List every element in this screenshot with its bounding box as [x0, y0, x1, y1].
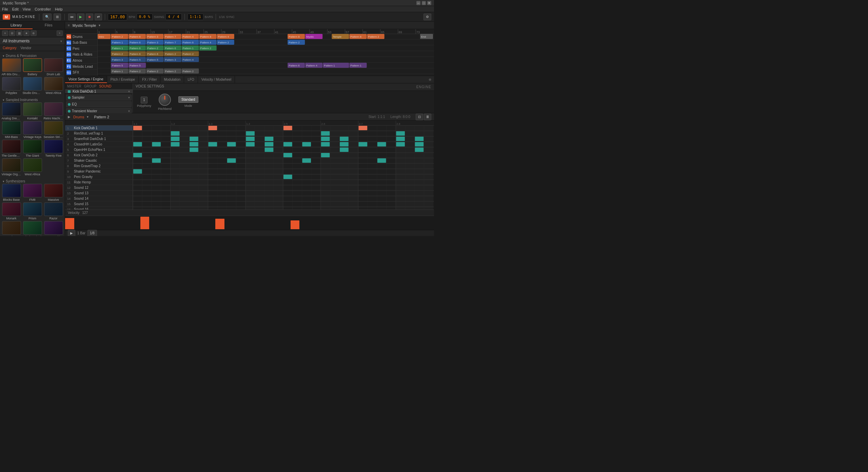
transient-chevron[interactable]: ▾ [128, 109, 130, 113]
list-item[interactable]: The Giant [22, 140, 42, 157]
list-item[interactable]: Massive [43, 184, 63, 201]
tab-lfo[interactable]: LFO [184, 76, 198, 83]
arranger-chevron[interactable]: ▾ [99, 23, 100, 27]
expand-btn[interactable]: ⊕ [426, 76, 434, 83]
drum-track-row[interactable]: 4 ClosedHH LatinGo [65, 142, 133, 147]
drum-track-row[interactable]: 2 RimShot..vetTrap 1 [65, 131, 133, 136]
list-item[interactable]: Analog Dreams [1, 102, 21, 120]
drum-track-row[interactable]: 16 Sound 16 [65, 207, 133, 210]
minimize-button[interactable]: ─ [416, 1, 420, 5]
rewind-button[interactable]: ⏮ [68, 14, 76, 20]
section-synths[interactable]: Synthesizers [1, 178, 63, 184]
list-item[interactable]: Retro Machines [43, 102, 63, 120]
list-item[interactable]: Vintage Keys [22, 121, 42, 139]
tab-velocity[interactable]: Velocity / Modwheel [198, 76, 235, 83]
drum-track-row[interactable]: 7 Shaker Caustic [65, 158, 133, 163]
drum-canvas[interactable] [133, 121, 434, 210]
quantize-bottom[interactable]: 1/8 [87, 230, 97, 236]
list-item[interactable]: The Gentleman [1, 140, 21, 157]
bpm-display[interactable]: 167.00 [108, 14, 127, 20]
plugin-slot-sampler[interactable]: Sampler ▾ [66, 95, 132, 100]
fit-btn[interactable]: ⊡ [416, 114, 423, 120]
list-item[interactable]: MM-Bass [1, 121, 21, 139]
list-item[interactable]: Monark [1, 202, 21, 220]
close-button[interactable]: ✕ [427, 1, 431, 5]
vel-bar[interactable] [215, 219, 224, 229]
polyphony-value[interactable]: 1 [141, 97, 147, 103]
list-item[interactable]: Drum Lab [43, 58, 63, 76]
tab-files[interactable]: Files [33, 22, 65, 29]
vel-bar[interactable] [140, 217, 150, 229]
play-button[interactable]: ▶ [77, 14, 84, 20]
record-button[interactable]: ⏺ [86, 14, 93, 20]
drum-track-row[interactable]: 9 Shaker Pandemic [65, 169, 133, 174]
menu-file[interactable]: File [2, 7, 8, 11]
category-label[interactable]: Category [3, 46, 17, 50]
sound-tab[interactable]: SOUND [99, 84, 111, 88]
tag-btn[interactable]: ⊕ [31, 31, 37, 36]
mode-button[interactable]: Standard [178, 96, 198, 103]
list-view-btn[interactable]: ≡ [2, 31, 8, 36]
tab-fx-filter[interactable]: FX / Filter [139, 76, 160, 83]
drum-track-row[interactable]: 14 Sound 14 [65, 196, 133, 201]
drum-track-row[interactable]: 6 Kick DarkDub 2 [65, 153, 133, 158]
drum-track-row[interactable]: 12 Sound 12 [65, 185, 133, 191]
list-item[interactable]: FM8 [22, 184, 42, 201]
section-drums[interactable]: Drums & Percussion [1, 53, 63, 58]
chevron-down-icon[interactable]: ▾ [60, 39, 62, 43]
vel-bar[interactable] [65, 218, 74, 229]
drum-track-row[interactable]: 15 Sound 15 [65, 201, 133, 207]
filter-btn[interactable]: ▦ [16, 31, 22, 36]
section-sampled[interactable]: Sampled Instruments [1, 97, 63, 102]
vel-bar[interactable] [291, 220, 300, 229]
list-item[interactable]: Session Strings [43, 121, 63, 139]
list-item[interactable]: West Africa [43, 77, 63, 95]
list-item[interactable]: Blocks Wired [22, 221, 42, 236]
menu-controller[interactable]: Controller [35, 7, 51, 11]
tab-pitch-envelope[interactable]: Pitch / Envelope [107, 76, 139, 83]
tab-library[interactable]: Library [0, 22, 33, 29]
settings-button[interactable]: ⚙ [423, 14, 431, 20]
list-item[interactable]: West Africa [22, 158, 42, 176]
sampler-chevron[interactable]: ▾ [128, 96, 130, 99]
list-item[interactable]: Blocks Base [1, 184, 21, 201]
list-item[interactable]: Retro Machines [43, 221, 63, 236]
list-item[interactable]: Vintage Organs [1, 158, 21, 176]
star-btn[interactable]: ★ [23, 31, 29, 36]
master-tab[interactable]: MASTER [67, 84, 81, 88]
drum-track-row[interactable]: 13 Sound 13 [65, 191, 133, 196]
drum-track-row[interactable]: 1 Kick DarkDub 1 [65, 125, 133, 131]
group-tab[interactable]: GROUP [84, 84, 97, 88]
list-item[interactable]: Polyplex [1, 77, 21, 95]
list-item[interactable]: Prism [22, 202, 42, 220]
plugin-slot-eq[interactable]: EQ [66, 101, 132, 107]
grid-view-btn[interactable]: ⊞ [9, 31, 15, 36]
list-item[interactable]: Studio Drummer [22, 77, 42, 95]
list-item[interactable]: Reaktor [1, 221, 21, 236]
list-item[interactable]: Razor [43, 202, 63, 220]
drum-track-row[interactable]: 8 Rim GravelTrap 2 [65, 163, 133, 169]
sound-chevron[interactable]: ▾ [128, 90, 130, 93]
list-item[interactable]: Kontakt [22, 102, 42, 120]
grid-button[interactable]: ⊞ [54, 14, 61, 20]
tab-modulation[interactable]: Modulation [160, 76, 184, 83]
drum-track-row[interactable]: 10 Perc Gravity [65, 174, 133, 180]
list-item[interactable]: Battery [22, 58, 42, 76]
swing-display[interactable]: 0.0 % [137, 14, 153, 20]
search-button[interactable]: 🔍 [43, 14, 52, 20]
menu-edit[interactable]: Edit [12, 7, 19, 11]
play-drum-btn[interactable]: ▶ [68, 230, 75, 236]
list-item[interactable]: AR 60s Drummer [1, 58, 21, 76]
loop-button[interactable]: ⇄ [95, 14, 102, 20]
drum-track-row[interactable]: 11 Ride Hemp [65, 180, 133, 185]
drum-track-row[interactable]: 5 OpenHH EchoPlex 1 [65, 147, 133, 153]
grid-btn[interactable]: ≣ [424, 114, 431, 120]
add-btn[interactable]: + [57, 31, 63, 36]
maximize-button[interactable]: □ [422, 1, 426, 5]
drum-chevron[interactable]: ▾ [87, 115, 88, 119]
tab-voice-settings[interactable]: Voice Settings / Engine [65, 76, 107, 83]
pitchbend-knob[interactable] [159, 94, 171, 106]
drum-track-row[interactable]: 3 SnareRoll DarkDub 1 [65, 136, 133, 142]
menu-help[interactable]: Help [55, 7, 63, 11]
vendor-label[interactable]: Vendor [21, 46, 32, 50]
